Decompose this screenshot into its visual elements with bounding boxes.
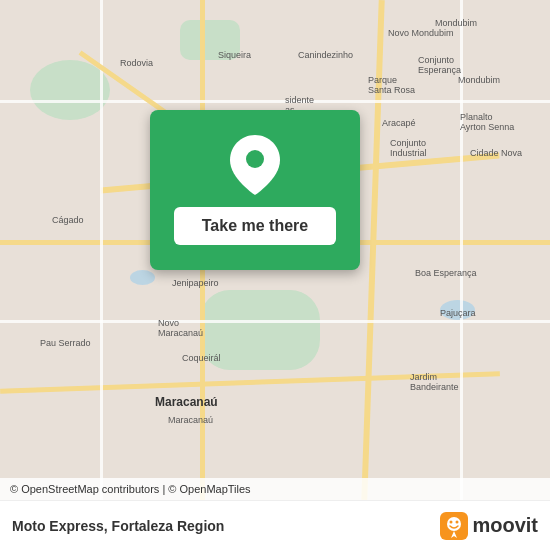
moovit-logo: moovit (440, 512, 538, 540)
map-label-mondubim2: Mondubim (458, 75, 500, 85)
svg-point-0 (246, 150, 264, 168)
svg-point-3 (450, 520, 453, 523)
footer-bar: Moto Express, Fortaleza Region moovit (0, 500, 550, 550)
map-label-novo-maracanau: NovoMaracanaú (158, 318, 203, 338)
map-label-mondubim: Mondubim (435, 18, 477, 28)
map-label-rodovia: Rodovia (120, 58, 153, 68)
map-label-maracanau2: Maracanaú (168, 415, 213, 425)
moovit-brand-name: moovit (472, 514, 538, 537)
map-label-cagado: Cágado (52, 215, 84, 225)
map-label-coqueiro: Coqueirál (182, 353, 221, 363)
map-label-novo-mondubim: Novo Mondubim (388, 28, 454, 38)
map-label-pajucara: Pajuçara (440, 308, 476, 318)
attribution-text: © OpenStreetMap contributors | © OpenMap… (10, 483, 251, 495)
map-label-conj-industrial: ConjuntoIndustrial (390, 138, 427, 158)
map-label-planalto: PlanaltoAyrton Senna (460, 112, 514, 132)
map-label-maracanau: Maracanaú (155, 395, 218, 409)
attribution-bar: © OpenStreetMap contributors | © OpenMap… (0, 478, 550, 500)
take-me-there-button[interactable]: Take me there (174, 207, 336, 245)
svg-point-2 (447, 517, 461, 531)
map-label-cidade-nova: Cidade Nova (470, 148, 522, 158)
footer-title: Moto Express, Fortaleza Region (12, 518, 440, 534)
location-card: Take me there (150, 110, 360, 270)
map-background: Mondubim Novo Mondubim Siqueira Canindez… (0, 0, 550, 550)
map-label-canindezinho: Canindezinho (298, 50, 353, 60)
moovit-brand-icon (440, 512, 468, 540)
map-label-jardim: JardimBandeirante (410, 372, 459, 392)
map-label-boa-esperanca: Boa Esperança (415, 268, 477, 278)
map-label-parque: ParqueSanta Rosa (368, 75, 415, 95)
map-container: Mondubim Novo Mondubim Siqueira Canindez… (0, 0, 550, 550)
svg-point-4 (456, 520, 459, 523)
map-label-conj-esperanca: ConjuntoEsperança (418, 55, 461, 75)
map-label-siqueira: Siqueira (218, 50, 251, 60)
map-label-pau-serrado: Pau Serrado (40, 338, 91, 348)
location-pin-icon (230, 135, 280, 195)
map-label-jenipapeiro: Jenipapeiro (172, 278, 219, 288)
map-label-aracape: Aracapé (382, 118, 416, 128)
